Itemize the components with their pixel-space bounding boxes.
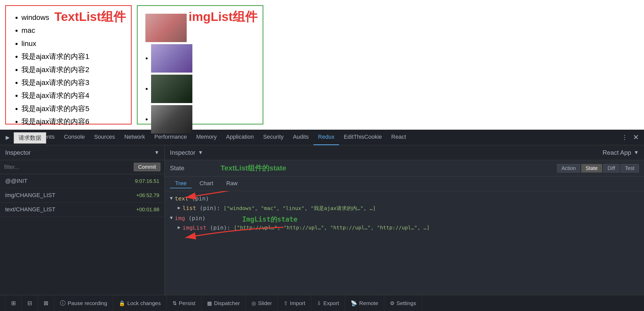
left-panel: Inspector ▼ Commit @@INIT 9:07:16.51 img…: [0, 145, 165, 295]
grid-icon: ⊞: [11, 300, 16, 307]
tree-key-text: text: [175, 195, 189, 202]
action-name: img/CHANGE_LIST: [5, 192, 55, 199]
toolbar-icon-btn-2[interactable]: ⊟: [22, 295, 38, 311]
action-time: +06:52.79: [136, 192, 159, 198]
list-item: mac: [21, 24, 123, 37]
filter-input[interactable]: [4, 164, 131, 170]
action-item-img[interactable]: img/CHANGE_LIST +06:52.79: [0, 188, 164, 203]
action-buttons: Action State Diff Test: [557, 164, 639, 173]
persist-label: Persist: [179, 300, 195, 306]
settings-button[interactable]: ⚙ Settings: [384, 295, 422, 311]
img-list-label: imgList组件: [189, 9, 257, 25]
lock-icon: 🔒: [119, 300, 125, 306]
right-header: Inspector ▼ React App ▼: [165, 145, 644, 160]
list-item: 我是ajax请求的内容6: [21, 115, 123, 128]
list-item: 我是ajax请求的内容5: [21, 102, 123, 115]
close-devtools-icon[interactable]: ✕: [630, 133, 641, 142]
tab-security[interactable]: Security: [258, 130, 288, 145]
action-name: @@INIT: [5, 178, 27, 184]
action-btn-action[interactable]: Action: [557, 164, 580, 173]
commit-button[interactable]: Commit: [134, 163, 160, 171]
tree-key-imglist: imgList: [183, 224, 207, 231]
tab-react[interactable]: React: [387, 130, 411, 145]
tree-key-img: img: [175, 215, 185, 221]
action-time: 9:07:16.51: [135, 178, 159, 184]
react-app-label: React App: [602, 149, 631, 156]
devtools-body: Inspector ▼ Commit @@INIT 9:07:16.51 img…: [0, 145, 644, 295]
action-btn-diff[interactable]: Diff: [603, 164, 620, 173]
slider-label: Slider: [258, 300, 272, 306]
tree-tab-chart[interactable]: Chart: [194, 179, 218, 188]
filter-row: Commit: [0, 160, 164, 174]
text-list-label: TextList组件: [54, 9, 126, 25]
tree-paren: (pin):: [196, 205, 224, 211]
inspector-dropdown-icon[interactable]: ▼: [154, 150, 159, 156]
tree-tab-tree[interactable]: Tree: [170, 179, 192, 188]
grid2-icon: ⊟: [27, 300, 32, 307]
tab-editthiscookie[interactable]: EditThisCookie: [339, 130, 387, 145]
bottom-toolbar: ⊞ ⊟ ⊠ ⓘ Pause recording 🔒 Lock changes ⇅…: [0, 295, 644, 311]
dispatcher-button[interactable]: ▩ Dispatcher: [201, 295, 246, 311]
tab-more-icon[interactable]: ⋮: [619, 134, 630, 141]
bullet-icon: •: [145, 54, 148, 63]
bullet-icon: •: [145, 85, 148, 93]
expand-icon[interactable]: ▶: [178, 205, 180, 210]
tab-audits[interactable]: Audits: [288, 130, 313, 145]
export-button[interactable]: ⇩ Export: [311, 295, 345, 311]
lock-changes-button[interactable]: 🔒 Lock changes: [113, 295, 167, 311]
import-icon: ⇧: [284, 300, 288, 306]
list-item: 我是ajax请求的内容3: [21, 76, 123, 89]
remote-icon: 📡: [351, 300, 357, 306]
inspector-dropdown-icon[interactable]: ▼: [198, 150, 203, 156]
action-item-text[interactable]: text/CHANGE_LIST +00:01.88: [0, 203, 164, 217]
action-name: text/CHANGE_LIST: [5, 206, 55, 213]
grid3-icon: ⊠: [44, 300, 48, 307]
tree-tab-raw[interactable]: Raw: [221, 179, 243, 188]
browser-content: TextList组件 windows mac linux 我是ajax请求的内容…: [0, 0, 644, 130]
action-btn-test[interactable]: Test: [621, 164, 639, 173]
tree-key-list: list: [183, 205, 196, 211]
tree-value-imglist: ["http://upl…", "http://upl…", "http://u…: [234, 224, 430, 231]
expand-icon-imglist[interactable]: ▶: [178, 224, 180, 230]
lock-changes-label: Lock changes: [127, 300, 161, 306]
tab-redux[interactable]: Redux: [313, 130, 339, 145]
pause-recording-button[interactable]: ⓘ Pause recording: [54, 295, 113, 311]
tree-paren: (pin):: [207, 224, 234, 231]
img-items: • • •: [145, 14, 255, 136]
tree-line-list: ▶ list (pin): ["windows", "mac", "linux"…: [170, 205, 639, 212]
img-placeholder-3: [151, 75, 192, 103]
state-header: State TextList组件的state Action State Diff…: [165, 160, 644, 176]
import-button[interactable]: ⇧ Import: [278, 295, 311, 311]
img-placeholder-2: [151, 44, 192, 73]
dispatcher-label: Dispatcher: [214, 300, 240, 306]
img-item-row: •: [145, 44, 255, 73]
tree-line-img: ▼ img (pin) ImgList的state: [170, 215, 639, 221]
collapse-icon[interactable]: ▼: [170, 195, 173, 201]
tree-paren: (pin): [185, 215, 206, 221]
settings-label: Settings: [397, 300, 416, 306]
tree-tabs: Tree Chart Raw: [165, 176, 644, 191]
react-app-section: React App ▼: [602, 149, 639, 156]
persist-button[interactable]: ⇅ Persist: [167, 295, 201, 311]
toolbar-icon-btn-3[interactable]: ⊠: [38, 295, 54, 311]
export-label: Export: [323, 300, 339, 306]
settings-icon: ⚙: [390, 300, 395, 306]
slider-button[interactable]: ◎ Slider: [246, 295, 278, 311]
remote-button[interactable]: 📡 Remote: [345, 295, 384, 311]
list-item: 我是ajax请求的内容2: [21, 63, 123, 76]
pause-recording-label: Pause recording: [68, 300, 107, 306]
tree-paren: (pin): [189, 195, 209, 202]
devtools-panel: ▶ ◻ Elements Console Sources Network Per…: [0, 130, 644, 311]
dispatcher-icon: ▩: [207, 300, 212, 306]
collapse-icon-img[interactable]: ▼: [170, 215, 173, 220]
img-item-row: •: [145, 75, 255, 103]
tree-line-text: ▼ text (pin): [170, 195, 639, 202]
react-app-dropdown-icon[interactable]: ▼: [634, 150, 639, 156]
action-item-init[interactable]: @@INIT 9:07:16.51: [0, 174, 164, 188]
cursor-icon[interactable]: ▶: [3, 133, 12, 142]
state-tree: ▼ text (pin) ▶ list (pin): ["windows", "…: [165, 191, 644, 295]
toolbar-icon-btn-1[interactable]: ⊞: [5, 295, 22, 311]
action-btn-state[interactable]: State: [581, 164, 602, 173]
persist-icon: ⇅: [172, 300, 177, 306]
load-data-button[interactable]: 请求数据: [14, 132, 46, 144]
